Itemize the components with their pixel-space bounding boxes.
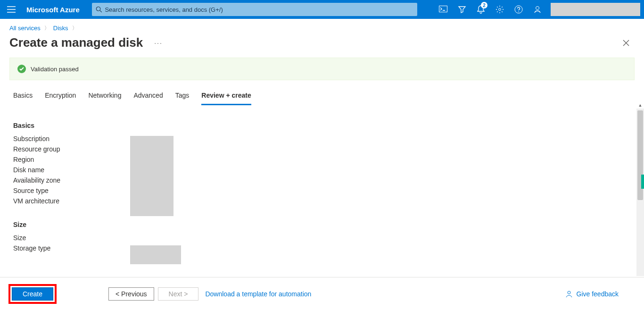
settings-icon[interactable] [490, 0, 509, 19]
chevron-right-icon: 〉 [44, 25, 50, 32]
basics-values-redacted [130, 136, 173, 216]
label-vm-architecture: VM architecture [13, 197, 130, 205]
page-title: Create a managed disk [9, 35, 143, 50]
global-search[interactable] [92, 3, 417, 16]
search-input[interactable] [105, 6, 413, 13]
label-resource-group: Resource group [13, 145, 130, 153]
tab-networking[interactable]: Networking [88, 89, 121, 105]
more-actions-button[interactable]: ··· [154, 39, 163, 47]
section-basics-heading: Basics [13, 122, 631, 129]
check-circle-icon [17, 65, 26, 73]
label-source-type: Source type [13, 187, 130, 194]
breadcrumb-disks[interactable]: Disks [53, 25, 68, 32]
notification-badge: 2 [481, 2, 487, 8]
title-bar: Create a managed disk ··· [0, 34, 644, 55]
svg-point-4 [515, 6, 522, 13]
svg-point-3 [499, 8, 501, 11]
footer-bar: Create < Previous Next > Download a temp… [0, 277, 644, 310]
previous-button[interactable]: < Previous [108, 287, 154, 301]
svg-rect-2 [439, 6, 447, 12]
tab-encryption[interactable]: Encryption [45, 89, 76, 105]
feedback-label: Give feedback [577, 290, 619, 298]
directory-filter-icon[interactable] [453, 0, 471, 19]
tab-tags[interactable]: Tags [175, 89, 190, 105]
validation-banner: Validation passed [9, 58, 635, 80]
side-tab-indicator[interactable] [641, 175, 644, 189]
label-region: Region [13, 156, 130, 163]
notifications-icon[interactable]: 2 [471, 0, 490, 19]
label-subscription: Subscription [13, 135, 130, 142]
review-content: Basics Subscription Resource group Regio… [0, 113, 644, 276]
top-bar: Microsoft Azure 2 [0, 0, 644, 19]
tab-advanced[interactable]: Advanced [133, 89, 163, 105]
create-highlight-box: Create [8, 284, 57, 304]
brand-label[interactable]: Microsoft Azure [23, 6, 89, 14]
svg-line-1 [100, 10, 102, 12]
scroll-up-arrow[interactable]: ▲ [636, 102, 644, 109]
help-icon[interactable] [509, 0, 528, 19]
close-button[interactable] [619, 36, 633, 50]
next-button: Next > [158, 287, 199, 301]
breadcrumb-root[interactable]: All services [9, 25, 41, 32]
label-size: Size [13, 234, 130, 242]
cloud-shell-icon[interactable] [434, 0, 453, 19]
feedback-person-icon [565, 290, 573, 298]
account-area[interactable] [551, 3, 640, 16]
validation-message: Validation passed [31, 66, 79, 73]
chevron-right-icon: 〉 [72, 25, 77, 32]
create-button[interactable]: Create [12, 287, 53, 301]
svg-point-6 [536, 7, 539, 10]
svg-point-7 [568, 291, 570, 294]
menu-button[interactable] [0, 0, 23, 19]
label-disk-name: Disk name [13, 166, 130, 174]
download-template-link[interactable]: Download a template for automation [205, 290, 311, 298]
svg-point-0 [96, 7, 100, 10]
label-storage-type: Storage type [13, 244, 130, 252]
scrollbar[interactable]: ▲ ▼ [636, 109, 644, 276]
tabs: Basics Encryption Networking Advanced Ta… [0, 85, 644, 105]
give-feedback-link[interactable]: Give feedback [565, 290, 619, 298]
svg-point-5 [518, 11, 519, 12]
size-values-redacted [130, 245, 181, 264]
label-availability-zone: Availability zone [13, 176, 130, 184]
breadcrumb: All services 〉 Disks 〉 [0, 19, 644, 34]
feedback-icon[interactable] [528, 0, 547, 19]
page-body: All services 〉 Disks 〉 Create a managed … [0, 19, 644, 310]
section-size-heading: Size [13, 221, 631, 228]
tab-basics[interactable]: Basics [13, 89, 33, 105]
tab-review-create[interactable]: Review + create [201, 89, 251, 105]
